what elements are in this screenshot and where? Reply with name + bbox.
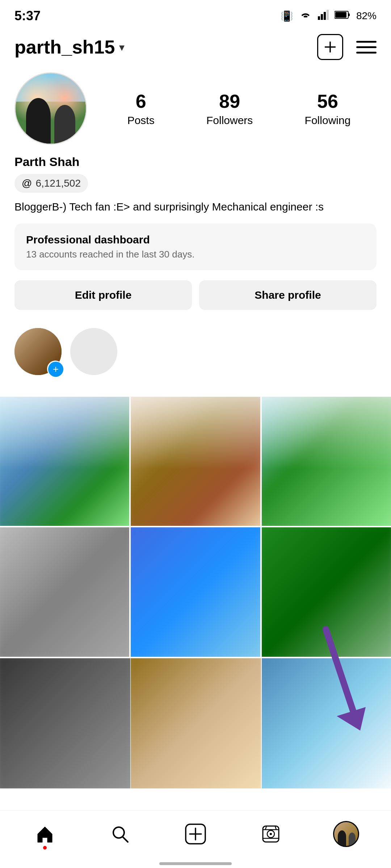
- signal-icon: [318, 10, 329, 22]
- threads-icon: @: [22, 178, 32, 189]
- bio-text: BloggerB-) Tech fan :E> and surprisingly…: [14, 199, 377, 215]
- threads-count: 6,121,502: [35, 178, 81, 189]
- followers-label: Followers: [206, 114, 253, 127]
- username-label[interactable]: parth_sh15: [14, 36, 115, 58]
- grid-cell-8[interactable]: [131, 658, 261, 788]
- professional-dashboard[interactable]: Professional dashboard 13 accounts reach…: [14, 224, 377, 270]
- battery-icon: [335, 10, 350, 22]
- followers-count: 89: [219, 90, 240, 112]
- followers-stat[interactable]: 89 Followers: [206, 90, 253, 127]
- posts-count: 6: [136, 90, 146, 112]
- profile-top-row: 6 Posts 89 Followers 56 Following: [14, 72, 377, 145]
- grid-cell-3[interactable]: [262, 397, 391, 526]
- svg-rect-6: [335, 12, 346, 18]
- grid-cell-4[interactable]: [0, 527, 129, 656]
- hamburger-menu-button[interactable]: [356, 41, 377, 54]
- pro-dashboard-subtitle: 13 accounts reached in the last 30 days.: [26, 249, 365, 260]
- posts-stat[interactable]: 6 Posts: [127, 90, 155, 127]
- grid-section: [0, 397, 391, 788]
- stories-row: +: [0, 324, 391, 397]
- svg-rect-5: [348, 13, 350, 16]
- svg-rect-3: [327, 10, 329, 20]
- svg-line-12: [122, 837, 128, 842]
- add-new-button[interactable]: [317, 34, 343, 60]
- profile-avatar-nav[interactable]: [333, 821, 359, 847]
- search-icon: [111, 825, 129, 843]
- grid-cell-5[interactable]: [131, 527, 260, 656]
- share-profile-button[interactable]: Share profile: [199, 280, 377, 310]
- following-label: Following: [305, 114, 351, 127]
- home-active-dot: [43, 846, 47, 850]
- nav-home[interactable]: [23, 818, 67, 850]
- grid-cell-2[interactable]: [131, 397, 260, 526]
- nav-right-icons: [317, 34, 377, 60]
- threads-badge[interactable]: @ 6,121,502: [14, 174, 88, 193]
- swipe-indicator: [159, 862, 232, 865]
- story-item-add[interactable]: +: [14, 328, 62, 393]
- posts-label: Posts: [127, 114, 155, 127]
- pro-dashboard-title: Professional dashboard: [26, 234, 365, 246]
- reels-icon: [262, 825, 280, 843]
- nav-search[interactable]: [98, 818, 142, 850]
- svg-rect-2: [324, 12, 326, 20]
- status-icons: 📳 82%: [281, 10, 377, 22]
- following-count: 56: [317, 90, 338, 112]
- username-area[interactable]: parth_sh15 ▾: [14, 36, 125, 58]
- edit-profile-button[interactable]: Edit profile: [14, 280, 192, 310]
- grid-cell-1[interactable]: [0, 397, 129, 526]
- nav-profile[interactable]: [324, 818, 368, 850]
- status-time: 5:37: [14, 8, 41, 24]
- add-post-icon: [185, 823, 206, 845]
- profile-section: 6 Posts 89 Followers 56 Following Parth …: [0, 65, 391, 324]
- home-icon: [36, 825, 54, 843]
- stats-area: 6 Posts 89 Followers 56 Following: [101, 90, 377, 127]
- action-buttons: Edit profile Share profile: [14, 280, 377, 310]
- grid-cell-6[interactable]: [262, 527, 391, 656]
- avatar-container[interactable]: [14, 72, 87, 145]
- status-bar: 5:37 📳 82%: [0, 0, 391, 29]
- wifi-icon: [299, 10, 312, 22]
- vibrate-icon: 📳: [281, 10, 293, 22]
- story-circle-2[interactable]: [70, 328, 117, 375]
- following-stat[interactable]: 56 Following: [305, 90, 351, 127]
- story-item-2[interactable]: [70, 328, 117, 393]
- image-grid: [0, 397, 391, 788]
- grid-cell-7[interactable]: [0, 658, 130, 788]
- display-name: Parth Shah: [14, 155, 377, 169]
- svg-rect-1: [321, 14, 323, 20]
- bottom-nav: [0, 810, 391, 868]
- svg-rect-0: [318, 16, 320, 20]
- grid-cell-9[interactable]: [262, 658, 391, 788]
- add-story-circle[interactable]: +: [14, 328, 62, 375]
- avatar[interactable]: [14, 72, 87, 145]
- nav-add[interactable]: [174, 818, 217, 850]
- svg-point-18: [270, 833, 272, 835]
- chevron-down-icon[interactable]: ▾: [119, 41, 125, 54]
- nav-reels[interactable]: [249, 818, 293, 850]
- top-nav: parth_sh15 ▾: [0, 29, 391, 65]
- battery-percentage: 82%: [356, 10, 377, 22]
